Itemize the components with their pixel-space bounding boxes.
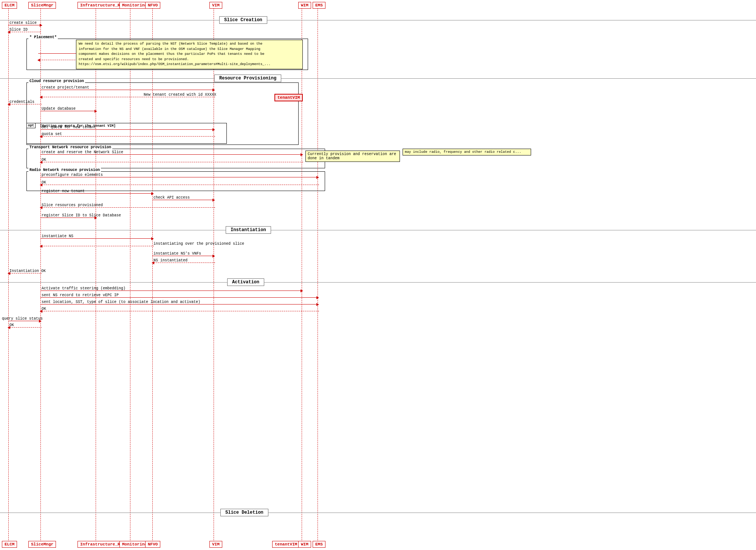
label-sent-location: sent location, SST, type of slice (to as… (42, 300, 200, 304)
frame-cloud-title: Cloud resource provision (28, 79, 85, 83)
arrow-instantiating-over (40, 246, 154, 246)
label-credentials: credentials (9, 100, 34, 104)
callout-radio: may include radio, frequency and other r… (403, 149, 531, 155)
label-instantiate-vnfs: instantiate NS's VNFs (153, 252, 201, 256)
arrow-ok-activation (40, 311, 319, 311)
arrow-ns-instantiated (152, 263, 215, 263)
actor-slicemgr-top: SliceMngr (28, 2, 56, 9)
actor-nfvo-top: NFVO (145, 2, 160, 9)
arrow-ok-wim (40, 162, 303, 162)
arrow-query-status (8, 321, 42, 321)
label-query-status: query slice status (2, 317, 43, 321)
label-create-reserve: create and reserve the Network Slice (42, 150, 123, 154)
label-ok-wim: OK (42, 158, 46, 162)
arrow-tenant-created (40, 97, 215, 97)
callout-tandem: Currently provision and reservation are … (305, 151, 400, 162)
label-ok-query: OK (9, 323, 14, 327)
arrow-quota-set (40, 136, 215, 137)
actor-elcm-bottom: ELCM (2, 541, 17, 548)
label-set-quota: Set quota for new tenant (42, 125, 96, 129)
section-header-resource: Resource Provisioning (214, 75, 281, 82)
label-quota-set: quota set (42, 132, 62, 136)
arrow-inst-ok (8, 273, 42, 273)
label-check-api: check API access (153, 196, 190, 200)
arrow-slice-provisioned (40, 207, 215, 208)
lifeline-ems (318, 8, 318, 542)
placement-title: * Placement* (28, 35, 58, 39)
label-slice-id: Slice ID (9, 28, 28, 32)
arrow-check-api (152, 200, 215, 200)
arrow-sent-location (40, 304, 319, 305)
arrow-set-quota (40, 129, 215, 130)
label-inst-ok: Instantiation OK (9, 269, 46, 273)
label-register-tenant: register new tenant (42, 189, 85, 193)
actor-vim-top: VIM (209, 2, 222, 9)
actor-ems-bottom: EMS (313, 541, 325, 548)
actor-ems-top: EMS (313, 2, 325, 9)
tenant-vim-box: tenantVIM (274, 94, 303, 101)
label-ok-ems: OK (42, 180, 46, 185)
section-line-creation2 (0, 20, 756, 20)
placement-note: We need to detail the process of parsing… (76, 40, 303, 69)
label-preconfigure: preconfigure radio elements (42, 173, 103, 177)
label-create-project: create project/tenant (42, 85, 89, 90)
arrow-register-slice-id (40, 218, 97, 218)
label-activate-steering: Activate traffic steering (embedding) (42, 286, 125, 291)
actor-wim-top: WIM (298, 2, 311, 9)
section-line-inst (0, 230, 756, 230)
label-ns-instantiated: NS instantiated (153, 258, 187, 263)
section-header-act: Activation (227, 278, 264, 286)
section-header-deletion: Slice Deletion (220, 509, 268, 516)
label-ok-activation: OK (42, 307, 46, 311)
label-instantiate-ns: instantiate NS (42, 234, 73, 238)
label-slice-provisioned: Slice resources provisioned (42, 203, 103, 207)
actor-tenantvim-bottom: tenantVIM (272, 541, 300, 548)
section-line-deletion (0, 513, 756, 513)
arrow-slice-id (8, 32, 42, 32)
arrow-ok-query (8, 327, 42, 328)
actor-vim-bottom: VIM (209, 541, 222, 548)
frame-opt-tag: opt (26, 123, 36, 128)
actor-slicemgr-bottom: SliceMngr (28, 541, 56, 548)
arrow-register-tenant (40, 193, 154, 194)
actor-wim-bottom: WIM (298, 541, 311, 548)
section-line-act (0, 282, 756, 283)
actor-elcm-top: ELCM (2, 2, 17, 9)
arrow-create-project (40, 90, 215, 90)
frame-radio-title: Radio Network resouce provision (28, 168, 101, 172)
lifeline-elcm (8, 8, 9, 542)
arrow-instantiate-ns (40, 238, 154, 239)
label-create-slice: create slice (9, 21, 37, 25)
label-instantiating-over: instantiating over the provisioned slice (153, 242, 244, 246)
label-update-db: Update database (42, 107, 76, 111)
actor-nfvo-bottom: NFVO (145, 541, 160, 548)
diagram-container: ELCM SliceMngr Infrastructure_Repos Moni… (0, 0, 756, 550)
arrow-sent-ns-record (40, 297, 319, 298)
label-tenant-created: New tenant created with id XXXXX (144, 93, 216, 97)
arrow-credentials (8, 104, 42, 104)
arrow-activate-steering (40, 291, 303, 291)
arrow-ok-ems (40, 185, 319, 185)
arrow-create-reserve (40, 154, 303, 155)
frame-transport-title: Transport Network resource provision (28, 145, 112, 149)
lifeline-wim (302, 8, 302, 542)
arrow-instantiate-vnfs (152, 256, 215, 256)
section-header-creation: Slice Creation (219, 16, 267, 24)
arrow-update-db (40, 111, 97, 111)
section-header-inst: Instantiation (226, 226, 271, 234)
section-line-resource (0, 78, 756, 79)
label-register-slice-id: register Slice ID to Slice Database (42, 213, 121, 218)
placement-frame: * Placement* We need to detail the proce… (26, 39, 308, 70)
arrow-create-slice (8, 25, 42, 25)
label-sent-ns-record: sent NS record to retrieve vEPC IP (42, 293, 119, 297)
arrow-preconfigure (40, 177, 319, 177)
